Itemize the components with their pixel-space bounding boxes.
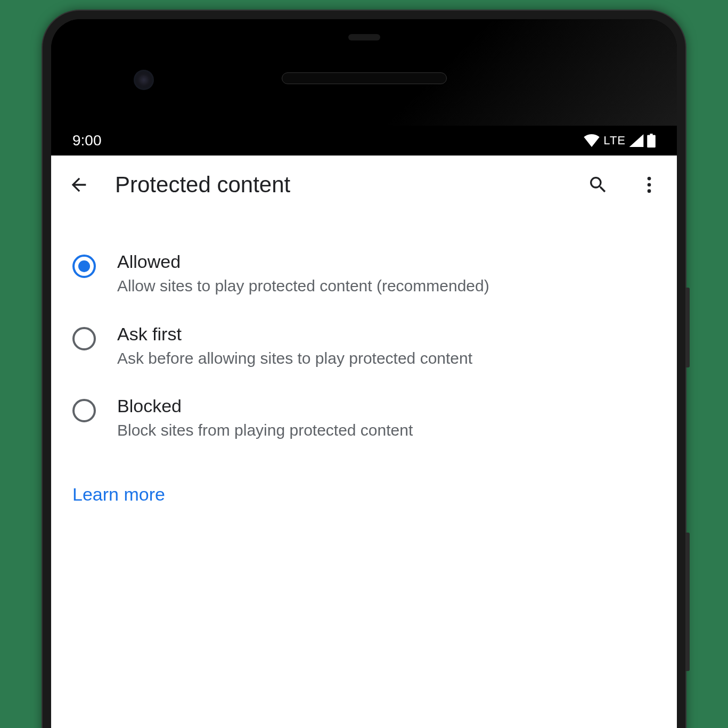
svg-point-0 <box>648 177 651 181</box>
status-bar: 9:00 LTE <box>51 126 677 156</box>
option-allowed-text: Allowed Allow sites to play protected co… <box>117 251 656 297</box>
phone-camera <box>134 70 154 90</box>
svg-point-1 <box>648 183 651 187</box>
option-blocked-text: Blocked Block sites from playing protect… <box>117 396 656 441</box>
option-ask-first-title: Ask first <box>117 324 656 345</box>
more-vert-icon <box>639 174 660 195</box>
radio-blocked[interactable] <box>72 399 96 422</box>
app-bar: Protected content <box>51 156 677 214</box>
wifi-icon <box>583 134 600 147</box>
arrow-back-icon <box>68 174 89 195</box>
option-ask-first-description: Ask before allowing sites to play protec… <box>117 348 656 370</box>
svg-point-2 <box>648 189 651 193</box>
page-title: Protected content <box>115 172 562 198</box>
status-right: LTE <box>583 134 656 148</box>
learn-more-link[interactable]: Learn more <box>72 484 165 505</box>
option-allowed-description: Allow sites to play protected content (r… <box>117 275 656 297</box>
network-label: LTE <box>603 134 626 148</box>
option-blocked-title: Blocked <box>117 396 656 416</box>
status-time: 9:00 <box>72 132 102 149</box>
phone-speaker <box>282 72 447 84</box>
screen-content: Protected content Allowed Allow sites to… <box>51 156 677 728</box>
option-ask-first[interactable]: Ask first Ask before allowing sites to p… <box>67 313 661 386</box>
phone-hardware-top <box>51 19 677 126</box>
back-button[interactable] <box>64 170 94 200</box>
phone-inner: 9:00 LTE Protected content <box>51 19 677 728</box>
phone-power-button <box>685 288 690 367</box>
option-ask-first-text: Ask first Ask before allowing sites to p… <box>117 324 656 370</box>
radio-ask-first[interactable] <box>72 327 96 350</box>
overflow-menu-button[interactable] <box>634 170 664 200</box>
radio-allowed[interactable] <box>72 255 96 278</box>
option-allowed-title: Allowed <box>117 251 656 272</box>
search-button[interactable] <box>583 170 613 200</box>
phone-frame: 9:00 LTE Protected content <box>43 11 685 728</box>
phone-volume-button <box>685 533 690 671</box>
battery-icon <box>647 134 656 148</box>
cellular-signal-icon <box>629 134 644 147</box>
option-allowed[interactable]: Allowed Allow sites to play protected co… <box>67 241 661 313</box>
phone-led <box>348 34 380 40</box>
option-blocked-description: Block sites from playing protected conte… <box>117 420 656 441</box>
options-list: Allowed Allow sites to play protected co… <box>51 214 677 457</box>
option-blocked[interactable]: Blocked Block sites from playing protect… <box>67 385 661 457</box>
search-icon <box>587 174 609 195</box>
